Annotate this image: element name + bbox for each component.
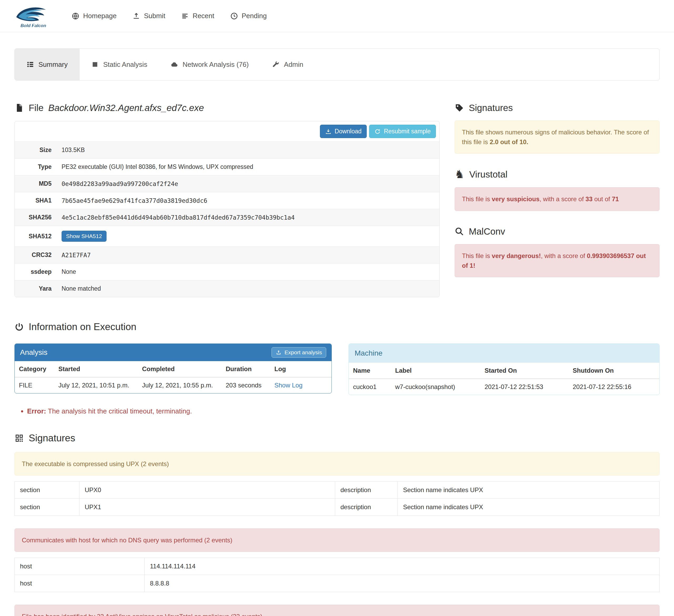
virustotal-heading: ♞ Virustotal	[455, 169, 660, 180]
download-button[interactable]: Download	[320, 125, 367, 138]
analysis-table: Category Started Completed Duration Log …	[15, 361, 331, 393]
table-row: CRC32 A21E7FA7	[15, 247, 439, 264]
table-row: SHA512 Show SHA512	[15, 226, 439, 247]
sig-value: UPX0	[80, 482, 335, 499]
file-name: Backdoor.Win32.Agent.afxs_ed7c.exe	[48, 103, 204, 113]
machine-col-header: Name	[349, 363, 391, 379]
file-heading-prefix: File	[29, 103, 43, 113]
sig-key: description	[335, 499, 398, 516]
machine-col-header: Shutdown On	[568, 363, 659, 379]
table-row: section UPX0 description Section name in…	[15, 482, 660, 499]
show-sha512-button[interactable]: Show SHA512	[62, 231, 107, 242]
file-ssdeep-value: None	[56, 264, 439, 280]
table-row: host 8.8.8.8	[15, 575, 660, 592]
nav-recent[interactable]: Recent	[173, 12, 222, 20]
file-info-table: Size 103.5KB Type PE32 executable (GUI) …	[15, 141, 439, 297]
table-row: SHA1 7b65ae45fae9e629af41fca377d0a3819ed…	[15, 192, 439, 209]
vt-verdict: very suspicious	[492, 196, 539, 203]
falcon-wave-logo-icon: Bold Falcon	[11, 3, 50, 29]
tab-admin[interactable]: Admin	[260, 49, 315, 80]
file-yara-value: None matched	[56, 280, 439, 297]
machine-started-on: 2021-07-12 22:51:53	[480, 379, 568, 395]
analysis-panel-title: Analysis	[20, 348, 47, 357]
table-row: SHA256 4e5c1ac28ebf85e0441d6d494ab60b710…	[15, 209, 439, 226]
sig-key: host	[15, 558, 145, 575]
analysis-duration: 203 seconds	[222, 377, 270, 393]
vt-text: out of	[592, 196, 612, 203]
file-icon	[14, 103, 24, 113]
qrcode-icon	[14, 434, 24, 443]
table-row: Yara None matched	[15, 280, 439, 297]
refresh-icon	[374, 128, 381, 135]
nav-homepage[interactable]: Homepage	[64, 12, 124, 20]
error-text: The analysis hit the critical timeout, t…	[46, 407, 192, 415]
nav-submit[interactable]: Submit	[124, 12, 173, 20]
signature-dns-alert[interactable]: Communicates with host for which no DNS …	[14, 528, 660, 552]
file-row-label: Yara	[15, 280, 56, 297]
nav-pending[interactable]: Pending	[222, 12, 275, 20]
mc-text: This file is	[462, 252, 492, 259]
virustotal-score-alert: This file is very suspicious, with a sco…	[455, 187, 660, 211]
sig-value: Section name indicates UPX	[398, 499, 660, 516]
machine-col-header: Label	[391, 363, 480, 379]
sig-key: description	[335, 482, 398, 499]
file-sha256-value: 4e5c1ac28ebf85e0441d6d494ab60b710dba817d…	[56, 209, 439, 226]
execution-title: Information on Execution	[29, 322, 136, 333]
sig-key: section	[15, 482, 80, 499]
export-analysis-button[interactable]: Export analysis	[271, 347, 326, 358]
signature-antivirus-alert[interactable]: File has been identified by 33 AntiVirus…	[14, 605, 660, 616]
tab-network-analysis[interactable]: Network Analysis (76)	[159, 49, 260, 80]
signatures-section-title: Signatures	[29, 433, 75, 444]
nav-recent-label: Recent	[193, 12, 214, 20]
upload-icon	[132, 12, 140, 20]
analysis-col-header: Started	[54, 361, 138, 377]
table-row: Size 103.5KB	[15, 142, 439, 159]
svg-text:Bold Falcon: Bold Falcon	[20, 23, 46, 28]
nav-pending-label: Pending	[242, 12, 267, 20]
resubmit-sample-button[interactable]: Resubmit sample	[369, 125, 436, 138]
signature-upx-alert[interactable]: The executable is compressed using UPX (…	[14, 452, 660, 476]
power-icon	[14, 322, 24, 332]
vt-score: 33	[586, 196, 593, 203]
signatures-section-heading: Signatures	[14, 433, 660, 444]
tab-summary-label: Summary	[38, 60, 68, 69]
sig-value: UPX1	[80, 499, 335, 516]
signatures-score-heading: Signatures	[455, 103, 660, 113]
sig-key: host	[15, 575, 145, 592]
logo[interactable]: Bold Falcon	[11, 3, 50, 29]
tab-static-analysis-label: Static Analysis	[103, 60, 147, 69]
analysis-col-header: Category	[15, 361, 54, 377]
vt-text: , with a score of	[540, 196, 586, 203]
download-icon	[325, 128, 331, 135]
th-list-icon	[26, 60, 34, 69]
file-sha1-value: 7b65ae45fae9e629af41fca377d0a3819ed30dc6	[56, 192, 439, 209]
signature-upx-table: section UPX0 description Section name in…	[14, 481, 660, 516]
clock-icon	[230, 12, 238, 20]
file-row-label: ssdeep	[15, 264, 56, 280]
table-row: cuckoo1 w7-cuckoo(snapshot) 2021-07-12 2…	[349, 379, 659, 395]
tab-static-analysis[interactable]: Static Analysis	[80, 49, 159, 80]
file-size-value: 103.5KB	[56, 142, 439, 159]
file-row-label: SHA1	[15, 192, 56, 209]
machine-shutdown-on: 2021-07-12 22:55:16	[568, 379, 659, 395]
sig-value: Section name indicates UPX	[398, 482, 660, 499]
wrench-icon	[272, 60, 279, 69]
file-crc32-value: A21E7FA7	[56, 247, 439, 264]
show-log-link[interactable]: Show Log	[274, 382, 303, 389]
overall-score-alert: This file shows numerous signs of malici…	[455, 120, 660, 154]
search-icon	[455, 227, 464, 236]
execution-heading: Information on Execution	[14, 322, 660, 333]
machine-label: w7-cuckoo(snapshot)	[391, 379, 480, 395]
mc-verdict: very dangerous!	[492, 252, 541, 259]
table-row: FILE July 12, 2021, 10:51 p.m. July 12, …	[15, 377, 331, 393]
analysis-errors: Error: The analysis hit the critical tim…	[27, 407, 660, 415]
cloud-icon	[171, 60, 179, 69]
file-row-label: CRC32	[15, 247, 56, 264]
malconv-title: MalConv	[469, 226, 505, 237]
file-row-label: SHA512	[15, 226, 56, 247]
signature-dns-table: host 114.114.114.114 host 8.8.8.8	[14, 558, 660, 592]
tab-summary[interactable]: Summary	[15, 49, 80, 80]
table-row: Type PE32 executable (GUI) Intel 80386, …	[15, 159, 439, 175]
file-type-value: PE32 executable (GUI) Intel 80386, for M…	[56, 159, 439, 175]
signature-upx-text: The executable is compressed using UPX (…	[22, 460, 169, 467]
